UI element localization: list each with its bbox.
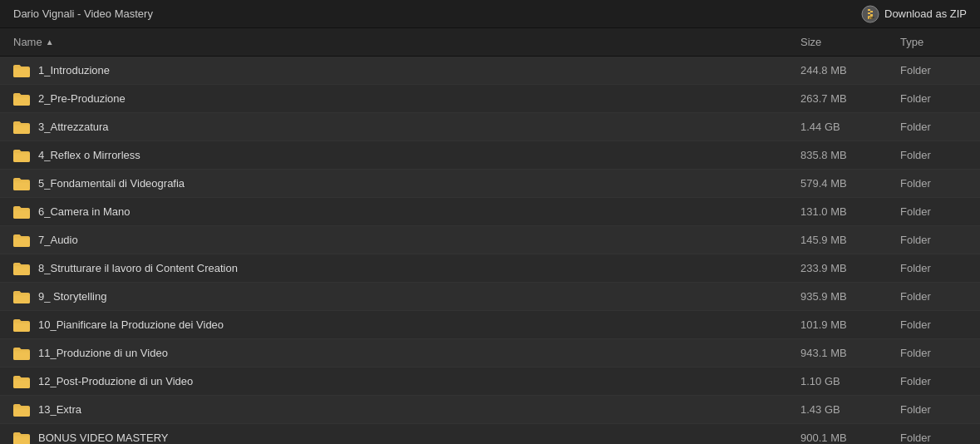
row-size: 1.44 GB — [800, 121, 900, 133]
folder-icon — [13, 64, 30, 77]
row-size: 579.4 MB — [800, 177, 900, 190]
row-size: 233.9 MB — [800, 262, 900, 274]
row-filename: 1_Introduzione — [38, 64, 110, 76]
app-header: Dario Vignali - Video Mastery ZIP Downlo… — [0, 0, 980, 28]
row-name-cell: 3_Attrezzatura — [13, 121, 800, 134]
row-filename: 10_Pianificare la Produzione dei Video — [38, 318, 224, 331]
file-list: 1_Introduzione 244.8 MB Folder 2_Pre-Pro… — [0, 57, 980, 444]
row-filename: 6_Camera in Mano — [38, 205, 131, 218]
row-filename: BONUS VIDEO MASTERY — [38, 432, 169, 444]
row-type: Folder — [900, 205, 967, 218]
app-title: Dario Vignali - Video Mastery — [13, 7, 153, 20]
svg-rect-1 — [868, 9, 870, 11]
column-type[interactable]: Type — [900, 36, 967, 48]
table-row[interactable]: 11_Produzione di un Video 943.1 MB Folde… — [0, 339, 980, 368]
sort-icon: ▲ — [46, 37, 54, 47]
table-row[interactable]: 3_Attrezzatura 1.44 GB Folder — [0, 113, 980, 141]
row-type: Folder — [900, 92, 967, 105]
row-type: Folder — [900, 149, 967, 161]
row-name-cell: 9_ Storytelling — [13, 290, 800, 303]
row-name-cell: 11_Produzione di un Video — [13, 347, 800, 360]
table-row[interactable]: 1_Introduzione 244.8 MB Folder — [0, 57, 980, 85]
folder-icon — [13, 92, 30, 106]
row-name-cell: 8_Strutturare il lavoro di Content Creat… — [13, 262, 800, 275]
table-row[interactable]: 4_Reflex o Mirrorless 835.8 MB Folder — [0, 141, 980, 170]
row-size: 101.9 MB — [800, 318, 900, 331]
column-size[interactable]: Size — [800, 36, 900, 48]
row-type: Folder — [900, 432, 967, 444]
folder-icon — [13, 121, 30, 134]
table-row[interactable]: 2_Pre-Produzione 263.7 MB Folder — [0, 85, 980, 113]
row-name-cell: 5_Fondamentali di Videografia — [13, 177, 800, 190]
row-size: 263.7 MB — [800, 92, 900, 105]
row-filename: 11_Produzione di un Video — [38, 347, 168, 359]
row-filename: 7_Audio — [38, 234, 78, 246]
svg-rect-3 — [868, 12, 870, 14]
folder-icon — [13, 347, 30, 360]
row-type: Folder — [900, 375, 967, 387]
folder-icon — [13, 290, 30, 303]
table-header: Name ▲ Size Type — [0, 28, 980, 57]
row-size: 244.8 MB — [800, 64, 900, 76]
row-size: 131.0 MB — [800, 205, 900, 218]
row-type: Folder — [900, 403, 967, 416]
row-type: Folder — [900, 121, 967, 133]
folder-icon — [13, 318, 30, 332]
row-name-cell: 2_Pre-Produzione — [13, 92, 800, 106]
svg-rect-2 — [870, 11, 873, 12]
row-type: Folder — [900, 318, 967, 331]
zip-icon: ZIP — [861, 5, 879, 23]
row-filename: 9_ Storytelling — [38, 290, 106, 303]
row-size: 900.1 MB — [800, 432, 900, 444]
row-size: 1.10 GB — [800, 375, 900, 387]
row-type: Folder — [900, 262, 967, 274]
row-type: Folder — [900, 290, 967, 303]
table-row[interactable]: 7_Audio 145.9 MB Folder — [0, 226, 980, 254]
row-name-cell: BONUS VIDEO MASTERY — [13, 432, 800, 445]
row-size: 145.9 MB — [800, 234, 900, 246]
row-name-cell: 4_Reflex o Mirrorless — [13, 149, 800, 162]
download-zip-label: Download as ZIP — [884, 7, 967, 20]
table-row[interactable]: BONUS VIDEO MASTERY 900.1 MB Folder — [0, 424, 980, 444]
table-row[interactable]: 9_ Storytelling 935.9 MB Folder — [0, 283, 980, 311]
folder-icon — [13, 403, 30, 417]
download-zip-button[interactable]: ZIP Download as ZIP — [861, 5, 967, 23]
row-name-cell: 6_Camera in Mano — [13, 205, 800, 219]
folder-icon — [13, 234, 30, 247]
table-row[interactable]: 6_Camera in Mano 131.0 MB Folder — [0, 198, 980, 226]
row-type: Folder — [900, 234, 967, 246]
row-name-cell: 1_Introduzione — [13, 64, 800, 77]
row-filename: 3_Attrezzatura — [38, 121, 109, 133]
row-name-cell: 13_Extra — [13, 403, 800, 417]
table-row[interactable]: 8_Strutturare il lavoro di Content Creat… — [0, 254, 980, 283]
row-size: 835.8 MB — [800, 149, 900, 161]
folder-icon — [13, 375, 30, 388]
folder-icon — [13, 432, 30, 445]
folder-icon — [13, 149, 30, 162]
row-filename: 8_Strutturare il lavoro di Content Creat… — [38, 262, 238, 274]
row-filename: 4_Reflex o Mirrorless — [38, 149, 140, 161]
row-type: Folder — [900, 64, 967, 76]
folder-icon — [13, 177, 30, 190]
row-type: Folder — [900, 177, 967, 190]
row-size: 935.9 MB — [800, 290, 900, 303]
column-name[interactable]: Name ▲ — [13, 36, 800, 48]
table-row[interactable]: 12_Post-Produzione di un Video 1.10 GB F… — [0, 368, 980, 396]
row-filename: 13_Extra — [38, 403, 81, 416]
row-name-cell: 12_Post-Produzione di un Video — [13, 375, 800, 388]
row-filename: 12_Post-Produzione di un Video — [38, 375, 193, 387]
row-size: 1.43 GB — [800, 403, 900, 416]
folder-icon — [13, 262, 30, 275]
row-name-cell: 7_Audio — [13, 234, 800, 247]
row-filename: 2_Pre-Produzione — [38, 92, 126, 105]
row-filename: 5_Fondamentali di Videografia — [38, 177, 185, 190]
table-row[interactable]: 5_Fondamentali di Videografia 579.4 MB F… — [0, 170, 980, 198]
svg-text:ZIP: ZIP — [869, 15, 875, 19]
row-name-cell: 10_Pianificare la Produzione dei Video — [13, 318, 800, 332]
row-type: Folder — [900, 347, 967, 359]
row-size: 943.1 MB — [800, 347, 900, 359]
folder-icon — [13, 205, 30, 219]
table-row[interactable]: 10_Pianificare la Produzione dei Video 1… — [0, 311, 980, 339]
table-row[interactable]: 13_Extra 1.43 GB Folder — [0, 396, 980, 424]
